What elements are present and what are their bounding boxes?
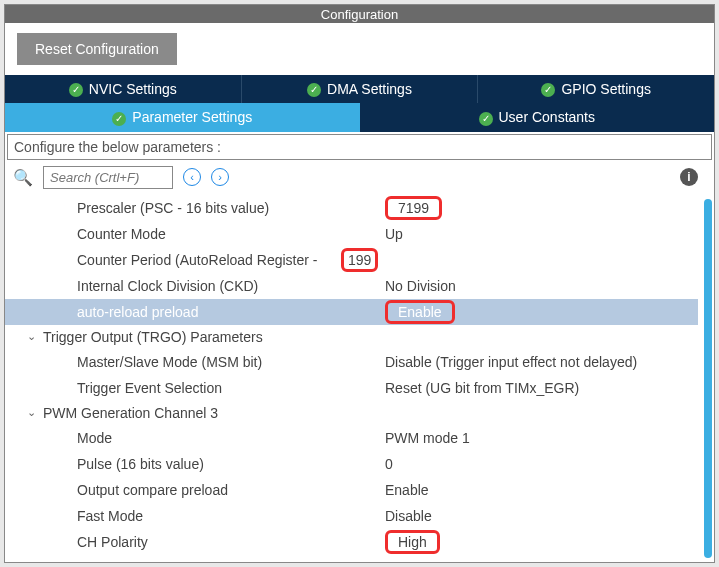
param-value[interactable]: Disable (Trigger input effect not delaye… [385, 354, 698, 370]
config-tabs-row: ✓Parameter Settings ✓User Constants [5, 103, 714, 131]
highlight-box: 7199 [385, 196, 442, 220]
param-label: Fast Mode [5, 508, 385, 524]
tab-label: User Constants [499, 109, 595, 125]
title-bar: Configuration [5, 5, 714, 23]
search-prev-button[interactable]: ‹ [183, 168, 201, 186]
param-label: Counter Period (AutoReload Register - [5, 252, 341, 268]
tab-label: Parameter Settings [132, 109, 252, 125]
param-label: Prescaler (PSC - 16 bits value) [5, 200, 385, 216]
param-value[interactable]: PWM mode 1 [385, 430, 698, 446]
tab-nvic-settings[interactable]: ✓NVIC Settings [5, 75, 242, 103]
tab-gpio-settings[interactable]: ✓GPIO Settings [478, 75, 714, 103]
param-value[interactable]: 7199 [385, 196, 698, 220]
tab-dma-settings[interactable]: ✓DMA Settings [242, 75, 479, 103]
group-label: Trigger Output (TRGO) Parameters [43, 329, 263, 345]
group-trgo-parameters[interactable]: ⌄ Trigger Output (TRGO) Parameters [5, 325, 698, 349]
param-pulse[interactable]: Pulse (16 bits value) 0 [5, 451, 698, 477]
param-value[interactable]: Up [385, 226, 698, 242]
highlight-box: Enable [385, 300, 455, 324]
check-icon: ✓ [307, 83, 321, 97]
param-label: Master/Slave Mode (MSM bit) [5, 354, 385, 370]
settings-tabs-row: ✓NVIC Settings ✓DMA Settings ✓GPIO Setti… [5, 75, 714, 103]
configure-label: Configure the below parameters : [7, 134, 712, 160]
search-row: 🔍 ‹ › i [5, 160, 714, 195]
parameter-content: Prescaler (PSC - 16 bits value) 7199 Cou… [5, 195, 714, 562]
param-value[interactable]: 0 [385, 456, 698, 472]
info-icon[interactable]: i [680, 168, 698, 186]
tab-parameter-settings[interactable]: ✓Parameter Settings [5, 103, 360, 131]
search-next-button[interactable]: › [211, 168, 229, 186]
tab-label: NVIC Settings [89, 81, 177, 97]
tab-label: DMA Settings [327, 81, 412, 97]
param-counter-mode[interactable]: Counter Mode Up [5, 221, 698, 247]
search-input[interactable] [43, 166, 173, 189]
reset-configuration-button[interactable]: Reset Configuration [17, 33, 177, 65]
search-icon[interactable]: 🔍 [13, 168, 33, 187]
highlight-box: High [385, 530, 440, 554]
param-master-slave-mode[interactable]: Master/Slave Mode (MSM bit) Disable (Tri… [5, 349, 698, 375]
scrollbar[interactable] [704, 199, 712, 558]
param-label: Output compare preload [5, 482, 385, 498]
param-value[interactable]: Reset (UG bit from TIMx_EGR) [385, 380, 698, 396]
param-label: Counter Mode [5, 226, 385, 242]
param-ch-polarity[interactable]: CH Polarity High [5, 529, 698, 555]
param-label: auto-reload preload [5, 304, 385, 320]
check-icon: ✓ [112, 112, 126, 126]
chevron-down-icon: ⌄ [27, 330, 37, 343]
param-value[interactable]: 199 [341, 248, 698, 272]
highlight-box: 199 [341, 248, 378, 272]
param-internal-clock-division[interactable]: Internal Clock Division (CKD) No Divisio… [5, 273, 698, 299]
check-icon: ✓ [541, 83, 555, 97]
param-label: Mode [5, 430, 385, 446]
param-label: Pulse (16 bits value) [5, 456, 385, 472]
reset-area: Reset Configuration [5, 23, 714, 75]
param-label: Internal Clock Division (CKD) [5, 278, 385, 294]
param-mode[interactable]: Mode PWM mode 1 [5, 425, 698, 451]
param-auto-reload-preload[interactable]: auto-reload preload Enable [5, 299, 698, 325]
param-value[interactable]: Disable [385, 508, 698, 524]
param-trigger-event-selection[interactable]: Trigger Event Selection Reset (UG bit fr… [5, 375, 698, 401]
param-value[interactable]: Enable [385, 482, 698, 498]
param-value[interactable]: High [385, 530, 698, 554]
tab-label: GPIO Settings [561, 81, 650, 97]
param-prescaler[interactable]: Prescaler (PSC - 16 bits value) 7199 [5, 195, 698, 221]
param-value[interactable]: Enable [385, 300, 698, 324]
group-label: PWM Generation Channel 3 [43, 405, 218, 421]
check-icon: ✓ [479, 112, 493, 126]
tab-user-constants[interactable]: ✓User Constants [360, 103, 715, 131]
group-pwm-channel-3[interactable]: ⌄ PWM Generation Channel 3 [5, 401, 698, 425]
param-fast-mode[interactable]: Fast Mode Disable [5, 503, 698, 529]
param-label: CH Polarity [5, 534, 385, 550]
check-icon: ✓ [69, 83, 83, 97]
chevron-down-icon: ⌄ [27, 406, 37, 419]
param-counter-period[interactable]: Counter Period (AutoReload Register - 19… [5, 247, 698, 273]
param-output-compare-preload[interactable]: Output compare preload Enable [5, 477, 698, 503]
param-value[interactable]: No Division [385, 278, 698, 294]
param-label: Trigger Event Selection [5, 380, 385, 396]
